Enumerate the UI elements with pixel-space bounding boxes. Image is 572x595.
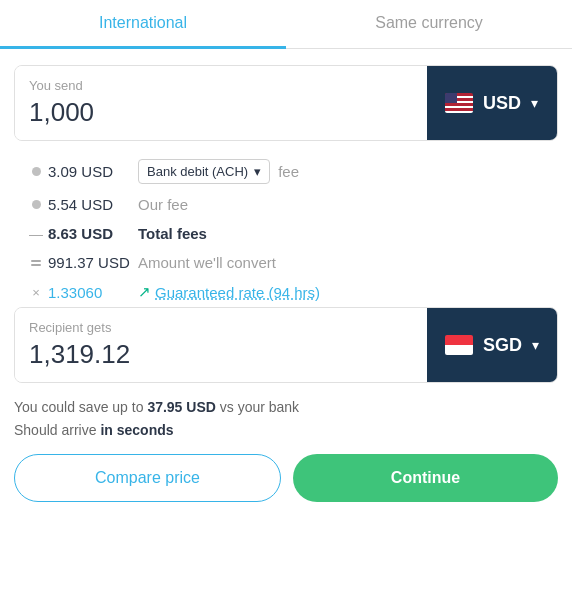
fee-amount-1: 3.09 USD: [48, 163, 138, 180]
recipient-input-area[interactable]: Recipient gets 1,319.12: [15, 308, 427, 382]
send-label: You send: [29, 78, 413, 93]
bank-debit-dropdown[interactable]: Bank debit (ACH) ▾: [138, 159, 270, 184]
savings-info: You could save up to 37.95 USD vs your b…: [14, 397, 558, 418]
bank-debit-label: Bank debit (ACH): [147, 164, 248, 179]
fee-row-total: ― 8.63 USD Total fees: [24, 219, 558, 248]
fee-row-our-fee: 5.54 USD Our fee: [24, 190, 558, 219]
bullet-circle-1: [32, 167, 41, 176]
savings-amount: 37.95 USD: [147, 399, 215, 415]
tab-bar: International Same currency: [0, 0, 572, 49]
bullet-4: [24, 260, 48, 266]
recipient-currency-code: SGD: [483, 335, 522, 356]
tab-international[interactable]: International: [0, 0, 286, 49]
fee-amount-3: 8.63 USD: [48, 225, 138, 242]
arrive-when: in seconds: [100, 422, 173, 438]
fee-row-rate: × 1.33060 ↗ Guaranteed rate (94 hrs): [24, 277, 558, 307]
fee-description-4: Amount we'll convert: [138, 254, 276, 271]
recipient-value: 1,319.12: [29, 339, 413, 370]
fee-description-2: Our fee: [138, 196, 188, 213]
tab-same-currency[interactable]: Same currency: [286, 0, 572, 48]
recipient-label: Recipient gets: [29, 320, 413, 335]
fee-row-convert: 991.37 USD Amount we'll convert: [24, 248, 558, 277]
fee-amount-2: 5.54 USD: [48, 196, 138, 213]
recipient-currency-chevron-icon: ▾: [532, 337, 539, 353]
action-buttons: Compare price Continue: [14, 454, 558, 502]
send-value: 1,000: [29, 97, 413, 128]
main-content: You send 1,000 USD ▾ 3.09 USD Bank debit…: [0, 49, 572, 518]
recipient-box: Recipient gets 1,319.12 SGD ▾: [14, 307, 558, 383]
fee-row-bank-debit: 3.09 USD Bank debit (ACH) ▾ fee: [24, 153, 558, 190]
dropdown-chevron-icon: ▾: [254, 164, 261, 179]
fee-amount-rate: 1.33060: [48, 284, 138, 301]
send-input-area[interactable]: You send 1,000: [15, 66, 427, 140]
bullet-circle-2: [32, 200, 41, 209]
compare-price-button[interactable]: Compare price: [14, 454, 281, 502]
fees-section: 3.09 USD Bank debit (ACH) ▾ fee 5.54 USD…: [14, 153, 558, 307]
send-currency-chevron-icon: ▾: [531, 95, 538, 111]
send-currency-code: USD: [483, 93, 521, 114]
x-icon: ×: [32, 285, 40, 300]
fee-amount-4: 991.37 USD: [48, 254, 138, 271]
bullet-1: [24, 167, 48, 176]
sgd-flag-icon: [445, 335, 473, 355]
fee-word: fee: [278, 163, 299, 180]
equals-double-icon: [31, 260, 41, 266]
equals-icon: ―: [29, 227, 43, 241]
rate-trend-icon: ↗: [138, 283, 151, 301]
bullet-3: ―: [24, 227, 48, 241]
send-box: You send 1,000 USD ▾: [14, 65, 558, 141]
arrive-info: Should arrive in seconds: [14, 422, 558, 438]
continue-button[interactable]: Continue: [293, 454, 558, 502]
fee-description-1: Bank debit (ACH) ▾ fee: [138, 159, 299, 184]
bullet-5: ×: [24, 285, 48, 300]
recipient-currency-selector[interactable]: SGD ▾: [427, 308, 557, 382]
guaranteed-rate-label: Guaranteed rate (94 hrs): [155, 284, 320, 301]
fee-description-3: Total fees: [138, 225, 207, 242]
bullet-2: [24, 200, 48, 209]
send-currency-selector[interactable]: USD ▾: [427, 66, 557, 140]
usd-flag-icon: [445, 93, 473, 113]
